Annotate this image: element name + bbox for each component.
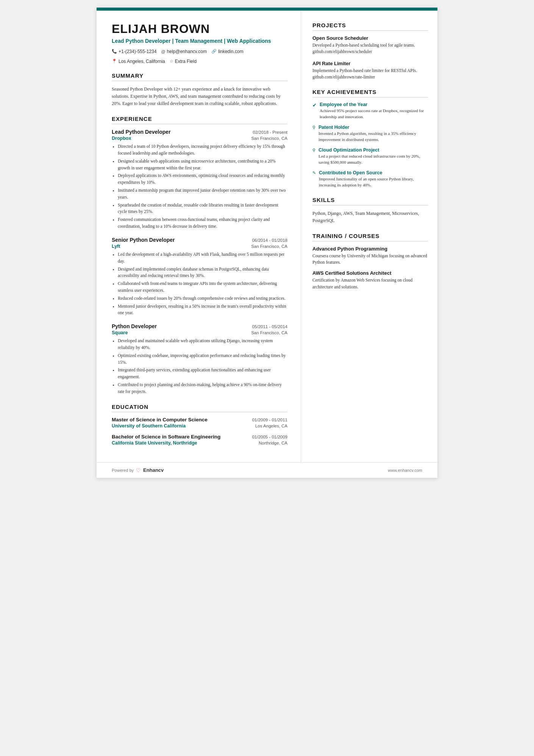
training-desc-1: Coursera course by University of Michiga… (312, 253, 428, 266)
bullet-item: Mentored junior developers, resulting in… (118, 303, 287, 317)
cloud-icon: ⚲ (312, 148, 315, 153)
star-icon: ☆ (170, 59, 173, 64)
exp-entry-2: Senior Python Developer 06/2014 - 01/201… (112, 237, 287, 316)
checkmark-icon: ✔ (312, 102, 317, 108)
training-desc-2: Certification by Amazon Web Services foc… (312, 277, 428, 290)
resume-body: ELIJAH BROWN Lead Python Developer | Tea… (97, 11, 437, 462)
project-entry-2: API Rate Limiter Implemented a Python-ba… (312, 61, 428, 81)
exp-company-2: Lyft (112, 244, 120, 249)
projects-section: PROJECTS Open Source Scheduler Developed… (312, 22, 428, 80)
education-section: EDUCATION Master of Science in Computer … (112, 404, 287, 446)
training-name-1: Advanced Python Programming (312, 246, 428, 252)
location-text: Los Angeles, California (119, 59, 165, 64)
extra-field: Extra Field (175, 59, 197, 64)
project-entry-1: Open Source Scheduler Developed a Python… (312, 35, 428, 55)
footer: Powered by ♡ Enhancv www.enhancv.com (97, 462, 437, 478)
achievements-title: KEY ACHIEVEMENTS (312, 89, 428, 97)
top-bar (97, 8, 437, 11)
exp-title-2: Senior Python Developer (112, 237, 175, 243)
phone-icon: 📞 (112, 49, 117, 54)
summary-title: SUMMARY (112, 72, 287, 81)
exp-date-3: 05/2011 - 05/2014 (252, 324, 287, 329)
achievement-content-1: Employee of the Year Achieved 95% projec… (320, 102, 428, 120)
bullet-item: Deployed applications to AWS environment… (118, 172, 287, 186)
header-section: ELIJAH BROWN Lead Python Developer | Tea… (112, 22, 287, 64)
bullet-item: Optimized existing codebase, improving a… (118, 352, 287, 366)
edu-sub-1: University of Southern California Los An… (112, 423, 287, 429)
bullet-item: Fostered communication between cross-fun… (118, 216, 287, 230)
achievement-content-3: Cloud Optimization Project Led a project… (319, 147, 428, 166)
exp-header-3: Python Developer 05/2011 - 05/2014 (112, 323, 287, 329)
footer-url: www.enhancv.com (388, 468, 422, 473)
education-title: EDUCATION (112, 404, 287, 412)
bullet-item: Developed and maintained scalable web ap… (118, 338, 287, 351)
summary-text: Seasoned Python Developer with 12+ years… (112, 86, 287, 108)
edu-date-2: 01/2005 - 01/2009 (252, 435, 287, 439)
training-name-2: AWS Certified Solutions Architect (312, 270, 428, 276)
achievement-desc-4: Improved functionality of an open source… (319, 176, 428, 188)
bullet-item: Collaborated with front-end teams to int… (118, 280, 287, 294)
achievement-entry-3: ⚲ Cloud Optimization Project Led a proje… (312, 147, 428, 166)
right-column: PROJECTS Open Source Scheduler Developed… (301, 11, 437, 462)
achievement-title-1: Employee of the Year (320, 102, 428, 107)
exp-bullets-2: Led the development of a high-availabili… (112, 251, 287, 316)
achievement-entry-4: ✎ Contributed to Open Source Improved fu… (312, 170, 428, 188)
email-contact: @ help@enhancv.com (161, 49, 207, 54)
exp-sub-3: Square San Francisco, CA (112, 330, 287, 335)
exp-sub-2: Lyft San Francisco, CA (112, 244, 287, 249)
skills-title: SKILLS (312, 197, 428, 205)
heart-icon: ♡ (136, 467, 141, 473)
exp-entry-3: Python Developer 05/2011 - 05/2014 Squar… (112, 323, 287, 395)
training-title: TRAINING / COURSES (312, 233, 428, 241)
bullet-item: Integrated third-party services, extendi… (118, 367, 287, 380)
bullet-item: Spearheaded the creation of modular, reu… (118, 202, 287, 216)
exp-header-2: Senior Python Developer 06/2014 - 01/201… (112, 237, 287, 243)
projects-title: PROJECTS (312, 22, 428, 31)
exp-header-1: Lead Python Developer 02/2018 - Present (112, 129, 287, 135)
exp-date-2: 06/2014 - 01/2018 (252, 238, 287, 243)
exp-location-1: San Francisco, CA (251, 136, 287, 141)
linkedin-icon: 🔗 (211, 49, 217, 54)
footer-powered: Powered by ♡ Enhancv (112, 467, 164, 473)
bullet-item: Led the development of a high-availabili… (118, 251, 287, 265)
experience-title: EXPERIENCE (112, 116, 287, 124)
exp-entry-1: Lead Python Developer 02/2018 - Present … (112, 129, 287, 230)
location-contact: 📍 Los Angeles, California (112, 59, 165, 64)
powered-by-label: Powered by (112, 468, 134, 473)
edu-location-2: Northridge, CA (259, 441, 287, 445)
extra-contact: ☆ Extra Field (170, 59, 197, 64)
phone-contact: 📞 +1-(234)-555-1234 (112, 49, 156, 54)
phone-number: +1-(234)-555-1234 (119, 49, 156, 54)
edu-entry-2: Bachelor of Science in Software Engineer… (112, 434, 287, 446)
edu-sub-2: California State University, Northridge … (112, 440, 287, 446)
bullet-item: Designed and implemented complex databas… (118, 266, 287, 280)
contact-row: 📞 +1-(234)-555-1234 @ help@enhancv.com 🔗… (112, 49, 287, 64)
achievement-entry-2: ⚲ Patent Holder Invented a Python algori… (312, 125, 428, 143)
email-address: help@enhancv.com (167, 49, 207, 54)
exp-bullets-1: Directed a team of 10 Python developers,… (112, 143, 287, 230)
bullet-item: Designed scalable web applications using… (118, 158, 287, 172)
skills-section: SKILLS Python, Django, AWS, Team Managem… (312, 197, 428, 224)
training-entry-2: AWS Certified Solutions Architect Certif… (312, 270, 428, 290)
bullet-item: Instituted a mentorship program that imp… (118, 187, 287, 201)
skills-text: Python, Django, AWS, Team Management, Mi… (312, 210, 428, 224)
pencil-icon: ✎ (312, 171, 316, 175)
achievement-title-2: Patent Holder (319, 125, 428, 130)
training-entry-1: Advanced Python Programming Coursera cou… (312, 246, 428, 266)
bullet-item: Reduced code-related issues by 20% throu… (118, 295, 287, 302)
achievement-title-4: Contributed to Open Source (319, 170, 428, 175)
exp-sub-1: Dropbox San Francisco, CA (112, 136, 287, 141)
edu-header-2: Bachelor of Science in Software Engineer… (112, 434, 287, 440)
bullet-item: Contributed to project planning and deci… (118, 382, 287, 395)
candidate-name: ELIJAH BROWN (112, 22, 287, 36)
training-section: TRAINING / COURSES Advanced Python Progr… (312, 233, 428, 290)
edu-school-2: California State University, Northridge (112, 440, 197, 446)
exp-company-1: Dropbox (112, 136, 131, 141)
edu-degree-1: Master of Science in Computer Science (112, 417, 208, 423)
achievement-desc-1: Achieved 95% project success rate at Dro… (320, 108, 428, 120)
exp-company-3: Square (112, 330, 128, 335)
achievement-desc-2: Invented a Python algorithm, resulting i… (319, 131, 428, 143)
exp-title-1: Lead Python Developer (112, 129, 171, 135)
location-icon: 📍 (112, 59, 117, 64)
exp-date-1: 02/2018 - Present (253, 130, 287, 135)
